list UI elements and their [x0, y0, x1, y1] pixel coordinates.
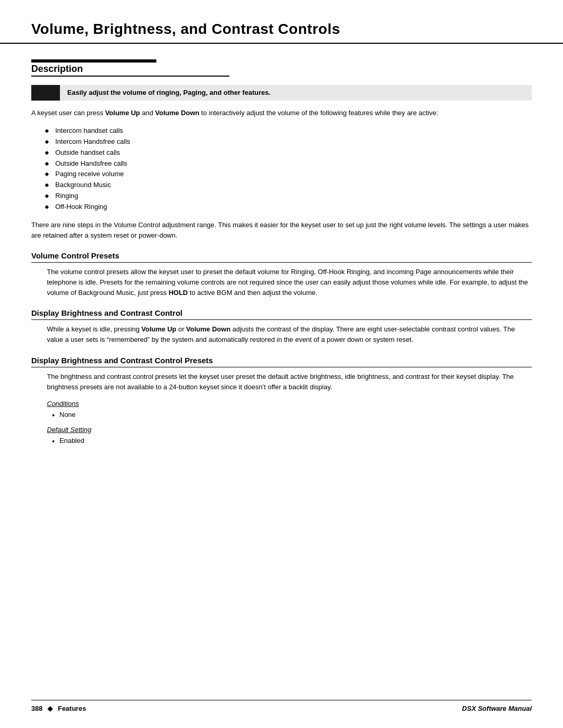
page-title: Volume, Brightness, and Contrast Control… — [31, 21, 532, 38]
intro-text-3: to interactively adjust the volume of th… — [199, 109, 438, 117]
display-brightness-presets-content: The brightness and contrast control pres… — [47, 372, 532, 447]
highlight-row: Easily adjust the volume of ringing, Pag… — [31, 85, 532, 101]
display-brightness-section: Display Brightness and Contrast Control … — [31, 309, 532, 345]
list-item: Enabled — [52, 436, 532, 447]
highlight-black-bar — [31, 85, 60, 101]
vcp-bold: HOLD — [168, 289, 188, 297]
list-item: Intercom Handsfree calls — [47, 137, 532, 147]
volume-control-presets-section: Volume Control Presets The volume contro… — [31, 251, 532, 298]
volume-control-presets-title: Volume Control Presets — [31, 251, 532, 263]
footer-diamond: ◆ — [47, 705, 53, 712]
default-setting-list: Enabled — [52, 436, 532, 447]
list-item: Ringing — [47, 191, 532, 202]
description-bar-top — [31, 59, 156, 63]
display-brightness-title: Display Brightness and Contrast Control — [31, 309, 532, 320]
highlight-text-area: Easily adjust the volume of ringing, Pag… — [60, 85, 532, 101]
db-bold-2: Volume Down — [186, 325, 230, 333]
footer-section: Features — [58, 705, 86, 712]
description-line-below — [31, 76, 229, 77]
page-header: Volume, Brightness, and Contrast Control… — [0, 0, 563, 44]
footer-manual: DSX Software Manual — [462, 705, 532, 712]
list-item: Outside Handsfree calls — [47, 158, 532, 169]
page-container: Volume, Brightness, and Contrast Control… — [0, 0, 563, 728]
volume-control-presets-text: The volume control presets allow the key… — [47, 267, 532, 298]
list-item: Background Music — [47, 180, 532, 191]
footer-right: DSX Software Manual — [462, 705, 532, 712]
display-brightness-presets-section: Display Brightness and Contrast Control … — [31, 356, 532, 447]
list-item: Intercom handset calls — [47, 126, 532, 137]
features-bullet-list: Intercom handset calls Intercom Handsfre… — [47, 126, 532, 212]
intro-text-1: A keyset user can press — [31, 109, 105, 117]
default-setting-label: Default Setting — [47, 426, 532, 434]
description-title-row: Description — [31, 59, 532, 77]
vcp-text-2: to active BGM and then adjust the volume… — [188, 289, 317, 297]
list-item: Outside handset calls — [47, 147, 532, 158]
description-section-title: Description — [31, 64, 83, 75]
conditions-label: Conditions — [47, 400, 532, 408]
footer-left: 388 ◆ Features — [31, 705, 86, 712]
conditions-list: None — [52, 410, 532, 421]
db-bold-1: Volume Up — [141, 325, 176, 333]
content-area: Description Easily adjust the volume of … — [0, 59, 563, 446]
para-2: There are nine steps in the Volume Contr… — [31, 220, 532, 241]
intro-text-2: and — [140, 109, 155, 117]
display-brightness-presets-text: The brightness and contrast control pres… — [47, 372, 532, 392]
display-brightness-text: While a keyset is idle, pressing Volume … — [47, 324, 532, 345]
db-text-2: or — [176, 325, 186, 333]
list-item: Off-Hook Ringing — [47, 202, 532, 213]
list-item: None — [52, 410, 532, 421]
display-brightness-content: While a keyset is idle, pressing Volume … — [47, 324, 532, 345]
list-item: Paging receive volume — [47, 169, 532, 180]
display-brightness-presets-title: Display Brightness and Contrast Control … — [31, 356, 532, 367]
page-footer: 388 ◆ Features DSX Software Manual — [31, 700, 532, 712]
intro-paragraph: A keyset user can press Volume Up and Vo… — [31, 108, 532, 118]
intro-bold-1: Volume Up — [105, 109, 140, 117]
highlight-main-text: Easily adjust the volume of ringing, Pag… — [67, 89, 271, 96]
page-number: 388 — [31, 705, 43, 712]
intro-bold-2: Volume Down — [155, 109, 199, 117]
db-text-1: While a keyset is idle, pressing — [47, 325, 141, 333]
volume-control-presets-content: The volume control presets allow the key… — [47, 267, 532, 298]
